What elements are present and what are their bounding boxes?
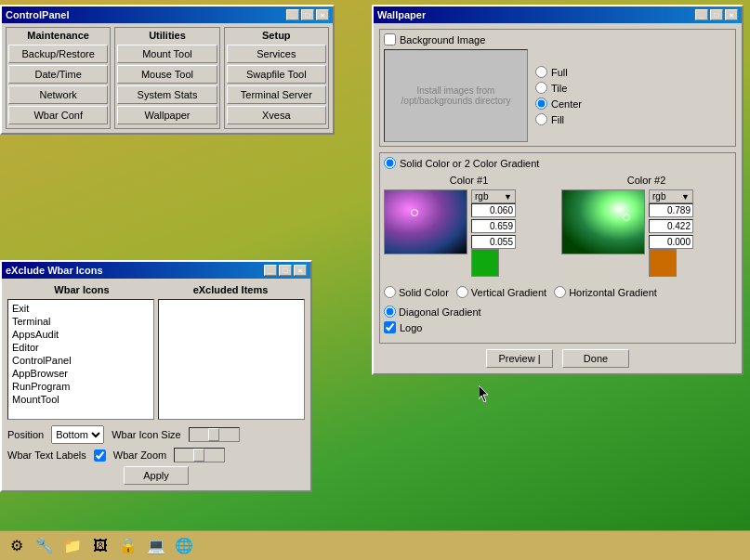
logo-label: Logo [400, 322, 422, 333]
diagonal-gradient-label[interactable]: Diagonal Gradient [384, 306, 481, 318]
wbar-icons-list[interactable]: Exit Terminal AppsAudit Editor ControlPa… [7, 299, 154, 420]
backup-restore-button[interactable]: Backup/Restore [8, 45, 108, 63]
taskbar-icon-5[interactable]: 🔒 [115, 534, 141, 558]
image-preview-area: Install images from /opt/backgrounds dir… [384, 49, 528, 142]
icon-size-thumb [208, 428, 219, 441]
zoom-slider[interactable] [174, 448, 225, 462]
minimize-button[interactable]: _ [286, 9, 299, 20]
list-item[interactable]: Editor [10, 341, 151, 354]
services-button[interactable]: Services [227, 45, 326, 63]
center-radio-label[interactable]: Center [535, 98, 582, 110]
mount-tool-button[interactable]: Mount Tool [117, 45, 217, 63]
wallpaper-window: Wallpaper _ □ × Background Image Install… [372, 5, 743, 375]
color2-rgb-inputs [649, 203, 693, 249]
wallpaper-button[interactable]: Wallpaper [117, 106, 217, 124]
color2-b-input[interactable] [649, 235, 693, 249]
horizontal-gradient-label[interactable]: Horizontal Gradient [554, 286, 657, 298]
control-panel-window: ControlPanel _ □ × Maintenance Backup/Re… [0, 5, 335, 135]
vertical-gradient-label[interactable]: Vertical Gradient [456, 286, 546, 298]
vertical-gradient-radio[interactable] [456, 286, 468, 298]
list-item[interactable]: RunProgram [10, 380, 151, 393]
full-radio-label[interactable]: Full [535, 66, 582, 78]
wbar-conf-button[interactable]: Wbar Conf [8, 106, 108, 124]
color2-r-input[interactable] [649, 203, 693, 217]
close-button[interactable]: × [316, 9, 329, 20]
taskbar-icon-3[interactable]: 📁 [59, 534, 86, 558]
excluded-items-list[interactable] [158, 299, 305, 420]
list-item[interactable]: Terminal [10, 315, 151, 328]
utilities-column: Utilities Mount Tool Mouse Tool System S… [114, 27, 219, 129]
excluded-items-col-title: eXcluded Items [156, 284, 305, 295]
setup-column: Setup Services Swapfile Tool Terminal Se… [224, 27, 329, 129]
full-radio[interactable] [535, 66, 547, 78]
terminal-server-button[interactable]: Terminal Server [227, 85, 326, 104]
date-time-button[interactable]: Date/Time [8, 65, 108, 84]
system-stats-button[interactable]: System Stats [117, 85, 217, 104]
text-labels-label: Wbar Text Labels [7, 449, 86, 461]
taskbar-icon-4[interactable]: 🖼 [87, 534, 113, 558]
wp-maximize-button[interactable]: □ [710, 9, 723, 20]
preview-button[interactable]: Preview | [486, 349, 553, 368]
color1-b-input[interactable] [471, 235, 516, 249]
tile-radio-label[interactable]: Tile [535, 82, 582, 94]
wbar-minimize-button[interactable]: _ [264, 265, 277, 276]
taskbar-icon-2[interactable]: 🔧 [32, 534, 58, 558]
taskbar-icon-7[interactable]: 🌐 [171, 534, 197, 558]
color1-rgb-header: rgb ▼ [471, 189, 516, 203]
wbar-close-button[interactable]: × [294, 265, 307, 276]
zoom-label: Wbar Zoom [113, 449, 166, 461]
list-item[interactable]: AppBrowser [10, 367, 151, 380]
install-hint: Install images from /opt/backgrounds dir… [388, 85, 523, 106]
done-button[interactable]: Done [562, 349, 629, 368]
bg-image-label: Background Image [400, 34, 485, 46]
maximize-button[interactable]: □ [301, 9, 314, 20]
logo-checkbox[interactable] [384, 321, 396, 333]
bg-image-checkbox[interactable] [384, 33, 396, 46]
horizontal-gradient-radio[interactable] [554, 286, 566, 298]
color1-g-input[interactable] [471, 219, 516, 233]
tile-radio[interactable] [535, 82, 547, 94]
color2-g-input[interactable] [649, 219, 693, 233]
color2-swatch[interactable] [649, 249, 677, 277]
icon-size-slider[interactable] [189, 427, 240, 442]
xvesa-button[interactable]: Xvesa [227, 106, 326, 124]
wp-minimize-button[interactable]: _ [695, 9, 708, 20]
mouse-tool-button[interactable]: Mouse Tool [117, 65, 217, 84]
wbar-maximize-button[interactable]: □ [279, 265, 292, 276]
position-select[interactable]: Bottom Top Left Right [51, 425, 104, 444]
color2-picker-canvas[interactable] [561, 189, 645, 254]
logo-row: Logo [384, 321, 731, 333]
list-item[interactable]: Exit [10, 302, 151, 315]
list-item[interactable]: MountTool [10, 393, 151, 406]
solid-color-section-label: Solid Color or 2 Color Gradient [400, 158, 539, 169]
color1-swatch[interactable] [471, 249, 499, 277]
color1-r-input[interactable] [471, 203, 516, 217]
control-panel-title: ControlPanel [6, 9, 284, 20]
center-radio[interactable] [535, 98, 547, 110]
wallpaper-titlebar: Wallpaper _ □ × [374, 7, 742, 23]
list-item[interactable]: AppsAudit [10, 328, 151, 341]
diagonal-gradient-radio[interactable] [384, 306, 396, 318]
fill-radio-label[interactable]: Fill [535, 113, 582, 125]
color1-picker-canvas[interactable] [384, 189, 467, 254]
solid-color-radio[interactable] [384, 286, 396, 298]
wp-close-button[interactable]: × [725, 9, 738, 20]
maintenance-header: Maintenance [8, 30, 108, 41]
swapfile-tool-button[interactable]: Swapfile Tool [227, 65, 326, 84]
text-labels-checkbox[interactable] [94, 449, 106, 462]
taskbar-icon-1[interactable]: ⚙ [4, 534, 30, 558]
apply-button[interactable]: Apply [124, 466, 189, 485]
network-button[interactable]: Network [8, 85, 108, 104]
zoom-thumb [193, 449, 204, 462]
background-image-section: Background Image Install images from /op… [379, 29, 736, 147]
solid-color-radio-label[interactable]: Solid Color [384, 286, 449, 298]
fill-radio[interactable] [535, 113, 547, 125]
wbar-icons-window: eXclude Wbar Icons _ □ × Wbar Icons eXcl… [0, 260, 312, 492]
wbar-icons-col-title: Wbar Icons [7, 284, 156, 295]
color1-rgb-inputs [471, 203, 516, 249]
list-item[interactable]: ControlPanel [10, 354, 151, 367]
solid-color-section-radio[interactable] [384, 157, 396, 169]
gradient-type-group: Solid Color Vertical Gradient Horizontal… [384, 286, 731, 318]
taskbar-icon-6[interactable]: 💻 [143, 534, 169, 558]
wallpaper-title: Wallpaper [377, 9, 693, 20]
